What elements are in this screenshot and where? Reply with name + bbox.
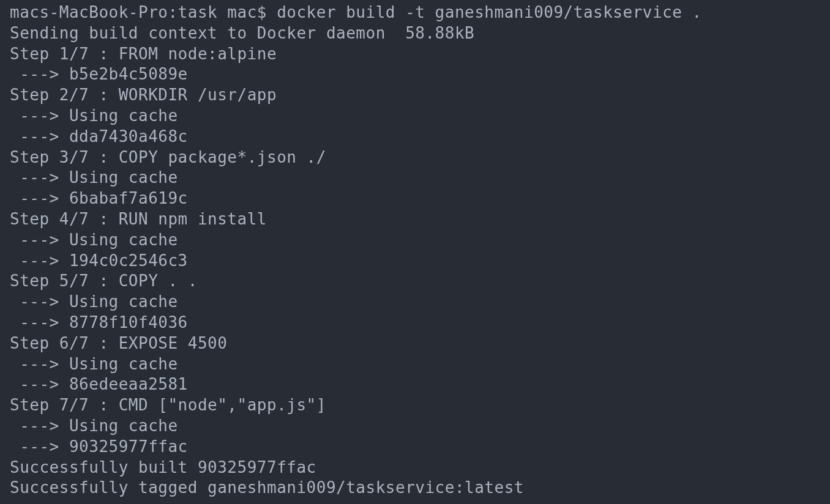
terminal-line: ---> Using cache	[10, 106, 820, 127]
terminal-line: ---> 194c0c2546c3	[10, 251, 820, 272]
terminal-line: ---> 6babaf7a619c	[10, 188, 820, 209]
terminal-line: macs-MacBook-Pro:task mac$ docker build …	[10, 2, 820, 23]
terminal-line: ---> b5e2b4c5089e	[10, 64, 820, 85]
terminal-line: Step 5/7 : COPY . .	[10, 271, 820, 292]
terminal-line: ---> 90325977ffac	[10, 437, 820, 458]
terminal-line: ---> Using cache	[10, 292, 820, 313]
terminal-line: ---> Using cache	[10, 168, 820, 188]
terminal-line: ---> dda7430a468c	[10, 127, 820, 147]
terminal-line: Step 3/7 : COPY package*.json ./	[10, 147, 820, 168]
terminal-line: ---> 86edeeaa2581	[10, 374, 820, 395]
terminal-line: ---> Using cache	[10, 416, 820, 437]
terminal-line: Step 7/7 : CMD ["node","app.js"]	[10, 395, 820, 416]
terminal-line: Successfully tagged ganeshmani009/taskse…	[10, 478, 820, 498]
terminal-line: Step 1/7 : FROM node:alpine	[10, 44, 820, 65]
terminal-line: Step 6/7 : EXPOSE 4500	[10, 333, 820, 354]
terminal-line: ---> 8778f10f4036	[10, 313, 820, 333]
terminal-line: ---> Using cache	[10, 354, 820, 375]
terminal-line: ---> Using cache	[10, 230, 820, 251]
terminal-line: Step 4/7 : RUN npm install	[10, 209, 820, 230]
terminal-line: Sending build context to Docker daemon 5…	[10, 23, 820, 44]
terminal-output[interactable]: macs-MacBook-Pro:task mac$ docker build …	[10, 2, 820, 498]
terminal-line: Step 2/7 : WORKDIR /usr/app	[10, 85, 820, 106]
terminal-line: Successfully built 90325977ffac	[10, 458, 820, 478]
